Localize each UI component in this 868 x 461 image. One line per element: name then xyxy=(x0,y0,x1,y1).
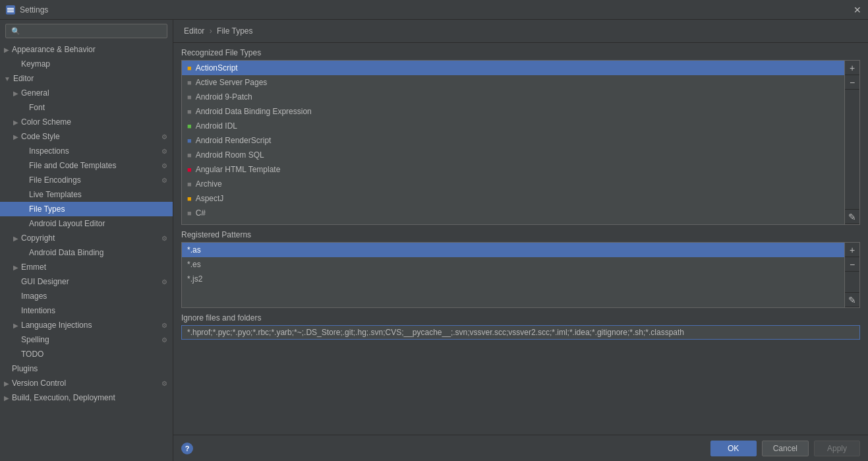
sidebar-item-general[interactable]: ▶General xyxy=(0,86,173,100)
file-type-label: AspectJ xyxy=(196,194,224,203)
edit-file-type-button[interactable]: ✎ xyxy=(845,210,859,224)
sidebar-item-android-data-binding[interactable]: ▶Android Data Binding xyxy=(0,245,173,260)
pattern-item-js2[interactable]: *.js2 xyxy=(182,272,844,286)
sidebar-item-keymap[interactable]: ▶Keymap xyxy=(0,57,173,71)
sidebar: 🔍 ▶Appearance & Behavior▶Keymap▼Editor▶G… xyxy=(0,20,173,461)
sidebar-item-gui-designer[interactable]: ▶GUI Designer⚙ xyxy=(0,274,173,289)
file-type-label: Archive xyxy=(196,179,222,189)
sidebar-item-code-style[interactable]: ▶Code Style⚙ xyxy=(0,129,173,144)
sidebar-item-inspections[interactable]: ▶Inspections⚙ xyxy=(0,144,173,158)
sidebar-item-copyright[interactable]: ▶Copyright⚙ xyxy=(0,231,173,245)
breadcrumb-parent: Editor xyxy=(184,26,204,36)
sidebar-item-language-injections[interactable]: ▶Language Injections⚙ xyxy=(0,318,173,332)
sidebar-item-images[interactable]: ▶Images xyxy=(0,289,173,303)
arrow-icon: ▼ xyxy=(4,75,11,82)
remove-pattern-button[interactable]: − xyxy=(845,257,859,272)
recognized-section: Recognized File Types ■ActionScript■Acti… xyxy=(181,48,860,225)
arrow-icon: ▶ xyxy=(4,394,9,402)
file-type-item-csharp[interactable]: ■C# xyxy=(182,206,844,220)
recognized-label: Recognized File Types xyxy=(181,48,860,57)
panel-content: Recognized File Types ■ActionScript■Acti… xyxy=(173,43,868,435)
pattern-label: *.as xyxy=(187,245,201,255)
svg-rect-1 xyxy=(7,8,14,9)
sidebar-item-android-layout-editor[interactable]: ▶Android Layout Editor xyxy=(0,216,173,231)
add-file-type-button[interactable]: + xyxy=(845,61,859,75)
main-content: 🔍 ▶Appearance & Behavior▶Keymap▼Editor▶G… xyxy=(0,20,868,461)
sidebar-item-label: General xyxy=(21,88,49,98)
file-type-icon: ■ xyxy=(187,151,192,159)
sidebar-item-label: File and Code Templates xyxy=(29,161,117,170)
settings-icon: ⚙ xyxy=(161,278,167,286)
file-type-item-android-room-sql[interactable]: ■Android Room SQL xyxy=(182,148,844,162)
pattern-item-as[interactable]: *.as xyxy=(182,243,844,257)
settings-icon: ⚙ xyxy=(161,322,167,329)
file-type-icon: ■ xyxy=(187,224,192,224)
sidebar-nav: ▶Appearance & Behavior▶Keymap▼Editor▶Gen… xyxy=(0,42,173,405)
sidebar-item-appearance[interactable]: ▶Appearance & Behavior xyxy=(0,42,173,57)
file-type-item-archive[interactable]: ■Archive xyxy=(182,177,844,191)
bottom-bar: ? OK Cancel Apply xyxy=(173,435,868,461)
patterns-section: Registered Patterns *.as*.es*.js2 + − ✎ xyxy=(181,230,860,308)
file-type-item-actionscript[interactable]: ■ActionScript xyxy=(182,61,844,75)
sidebar-item-font[interactable]: ▶Font xyxy=(0,100,173,115)
settings-icon: ⚙ xyxy=(161,133,167,140)
window-icon xyxy=(5,5,16,15)
sidebar-item-label: Copyright xyxy=(21,233,55,243)
ignore-section: Ignore files and folders xyxy=(181,313,860,340)
sidebar-item-label: Intentions xyxy=(21,306,55,315)
sidebar-item-label: Keymap xyxy=(21,59,50,69)
file-type-item-angular-html[interactable]: ■Angular HTML Template xyxy=(182,162,844,177)
patterns-list-container: *.as*.es*.js2 + − ✎ xyxy=(181,242,860,308)
sidebar-item-label: Spelling xyxy=(21,335,49,344)
sidebar-item-color-scheme[interactable]: ▶Color Scheme xyxy=(0,115,173,129)
sidebar-item-build-execution[interactable]: ▶Build, Execution, Deployment xyxy=(0,390,173,405)
sidebar-item-file-types[interactable]: ▶File Types xyxy=(0,202,173,216)
file-type-icon: ■ xyxy=(187,64,192,72)
search-input[interactable] xyxy=(23,26,161,36)
file-type-label: Android 9-Patch xyxy=(196,92,252,102)
settings-icon: ⚙ xyxy=(161,380,167,387)
sidebar-item-plugins[interactable]: ▶Plugins xyxy=(0,361,173,376)
sidebar-item-editor[interactable]: ▼Editor xyxy=(0,71,173,86)
sidebar-item-file-encodings[interactable]: ▶File Encodings⚙ xyxy=(0,173,173,187)
sidebar-item-version-control[interactable]: ▶Version Control⚙ xyxy=(0,376,173,390)
help-button[interactable]: ? xyxy=(181,443,193,454)
close-button[interactable]: ✕ xyxy=(852,5,863,15)
edit-pattern-button[interactable]: ✎ xyxy=(845,293,859,307)
file-type-icon: ■ xyxy=(187,108,192,115)
file-type-icon: ■ xyxy=(187,166,192,173)
sidebar-item-label: Plugins xyxy=(12,364,38,373)
file-type-label: Android IDL xyxy=(196,121,237,131)
sidebar-item-label: Code Style xyxy=(21,132,60,141)
sidebar-item-label: Emmet xyxy=(21,262,46,272)
file-type-item-android-data-binding[interactable]: ■Android Data Binding Expression xyxy=(182,104,844,119)
window-title: Settings xyxy=(20,5,852,15)
ok-button[interactable]: OK xyxy=(710,441,757,456)
file-type-item-android-9-patch[interactable]: ■Android 9-Patch xyxy=(182,90,844,104)
file-type-item-android-renderscript[interactable]: ■Android RenderScript xyxy=(182,133,844,148)
file-type-icon: ■ xyxy=(187,137,192,144)
file-type-item-active-server-pages[interactable]: ■Active Server Pages xyxy=(182,75,844,90)
sidebar-item-label: Font xyxy=(29,103,45,112)
sidebar-item-intentions[interactable]: ▶Intentions xyxy=(0,303,173,318)
sidebar-item-live-templates[interactable]: ▶Live Templates xyxy=(0,187,173,202)
cancel-button[interactable]: Cancel xyxy=(762,441,809,456)
sidebar-item-spelling[interactable]: ▶Spelling⚙ xyxy=(0,332,173,347)
file-type-item-android-idl[interactable]: ■Android IDL xyxy=(182,119,844,133)
sidebar-item-todo[interactable]: ▶TODO xyxy=(0,347,173,361)
breadcrumb-separator: › xyxy=(210,26,212,36)
right-panel: Editor › File Types Recognized File Type… xyxy=(173,20,868,461)
apply-button[interactable]: Apply xyxy=(814,441,860,456)
add-pattern-button[interactable]: + xyxy=(845,243,859,257)
pattern-item-es[interactable]: *.es xyxy=(182,257,844,272)
patterns-label: Registered Patterns xyxy=(181,230,860,239)
arrow-icon: ▶ xyxy=(13,235,18,242)
sidebar-item-label: File Types xyxy=(29,204,65,214)
file-type-item-cpp[interactable]: ■C/C++ xyxy=(182,220,844,224)
sidebar-item-file-code-templates[interactable]: ▶File and Code Templates⚙ xyxy=(0,158,173,173)
remove-file-type-button[interactable]: − xyxy=(845,75,859,90)
ignore-input[interactable] xyxy=(181,325,860,340)
sidebar-item-emmet[interactable]: ▶Emmet xyxy=(0,260,173,274)
file-type-item-aspectj[interactable]: ■AspectJ xyxy=(182,191,844,206)
settings-icon: ⚙ xyxy=(161,148,167,155)
